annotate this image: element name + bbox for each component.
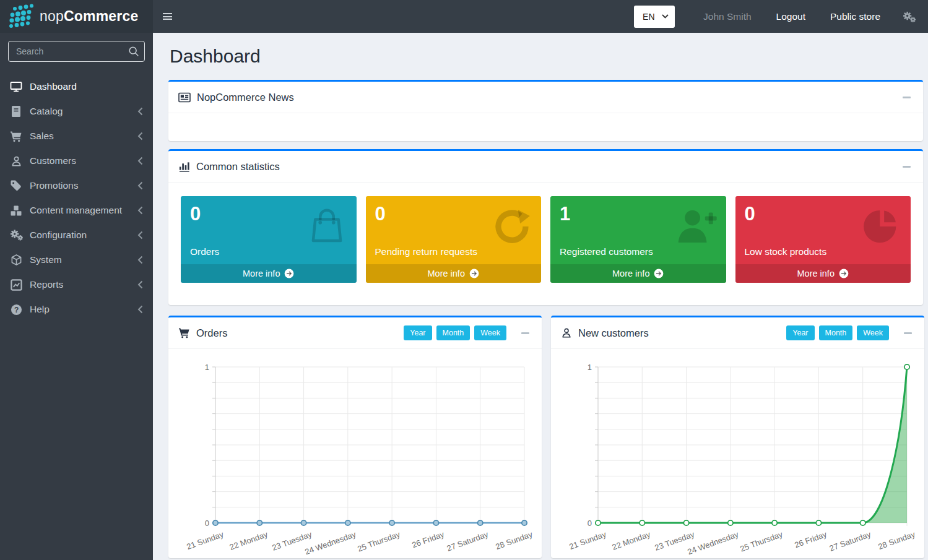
orders-week-button[interactable]: Week xyxy=(474,325,506,340)
more-info-link[interactable]: More info xyxy=(550,264,726,283)
sidebar-item-label: Content management xyxy=(30,205,122,216)
arrow-circle-right-icon xyxy=(469,269,479,278)
top-navbar: nopCommerce EN John Smith Logout Public … xyxy=(0,0,928,33)
svg-text:26 Friday: 26 Friday xyxy=(793,530,828,550)
user-icon xyxy=(9,155,23,167)
content-area: Dashboard NopCommerce News xyxy=(153,33,928,560)
collapse-button[interactable] xyxy=(901,332,914,334)
svg-text:26 Friday: 26 Friday xyxy=(410,530,446,550)
sidebar-item-label: Configuration xyxy=(30,230,87,241)
more-info-link[interactable]: More info xyxy=(366,264,542,283)
chevron-left-icon xyxy=(137,256,143,264)
stat-card-orders: 0 Orders More info xyxy=(181,196,357,283)
shopping-bag-icon xyxy=(306,206,348,251)
new-customers-chart-title: New customers xyxy=(578,327,649,339)
sidebar-item-label: Catalog xyxy=(30,106,63,117)
more-info-label: More info xyxy=(428,269,465,278)
newspaper-icon xyxy=(178,92,191,103)
sidebar-item-help[interactable]: ? Help xyxy=(0,297,153,322)
svg-text:0: 0 xyxy=(205,519,209,528)
logout-link[interactable]: Logout xyxy=(764,11,818,22)
sidebar-item-promotions[interactable]: Promotions xyxy=(0,173,153,198)
common-statistics-panel: Common statistics 0 Orders M xyxy=(168,149,923,305)
customers-year-button[interactable]: Year xyxy=(786,325,814,340)
chart-line-icon xyxy=(9,279,23,291)
more-info-link[interactable]: More info xyxy=(735,264,911,283)
svg-text:27 Saturday: 27 Saturday xyxy=(446,530,490,553)
cube-icon xyxy=(9,254,23,266)
stat-label: Low stock products xyxy=(745,246,827,257)
customers-week-button[interactable]: Week xyxy=(857,325,889,340)
sidebar-menu: Dashboard Catalog Sales Cu xyxy=(0,71,153,322)
sidebar-item-system[interactable]: System xyxy=(0,248,153,272)
tag-icon xyxy=(9,179,23,192)
language-select[interactable]: EN xyxy=(634,6,675,28)
svg-text:1: 1 xyxy=(205,363,209,372)
news-panel: NopCommerce News xyxy=(168,80,923,141)
common-statistics-title: Common statistics xyxy=(196,161,280,173)
svg-text:?: ? xyxy=(14,305,18,314)
sidebar-item-label: Reports xyxy=(30,279,63,290)
sidebar-item-catalog[interactable]: Catalog xyxy=(0,99,153,124)
gears-icon xyxy=(9,229,23,241)
sidebar-item-customers[interactable]: Customers xyxy=(0,149,153,173)
sidebar-item-dashboard[interactable]: Dashboard xyxy=(0,74,153,99)
svg-text:22 Monday: 22 Monday xyxy=(228,530,269,552)
sidebar-item-sales[interactable]: Sales xyxy=(0,124,153,149)
orders-chart-title: Orders xyxy=(196,327,227,339)
stat-label: Registered customers xyxy=(560,246,653,257)
svg-text:21 Sunday: 21 Sunday xyxy=(568,530,607,552)
more-info-label: More info xyxy=(797,269,835,278)
orders-chart-panel: Orders Year Month Week 1021 Sunday22 Mon… xyxy=(168,316,542,558)
sidebar-item-configuration[interactable]: Configuration xyxy=(0,223,153,248)
new-customers-line-chart: 1021 Sunday22 Monday23 Tuesday24 Wednesd… xyxy=(560,353,916,559)
stat-label: Orders xyxy=(190,246,219,257)
stat-card-pending-returns: 0 Pending return requests More info xyxy=(366,196,542,283)
chevron-left-icon xyxy=(137,305,143,314)
chevron-down-icon xyxy=(662,14,669,19)
chart-bar-icon xyxy=(178,161,190,172)
sidebar-item-label: Promotions xyxy=(30,180,78,191)
book-icon xyxy=(9,105,23,118)
orders-year-button[interactable]: Year xyxy=(404,325,431,340)
page-title: Dashboard xyxy=(170,46,923,67)
minus-icon xyxy=(904,332,912,334)
language-selected: EN xyxy=(643,12,654,22)
more-info-link[interactable]: More info xyxy=(181,264,357,283)
customers-month-button[interactable]: Month xyxy=(819,325,853,340)
svg-text:22 Monday: 22 Monday xyxy=(611,530,652,552)
sidebar-item-label: Help xyxy=(30,304,50,315)
hamburger-icon xyxy=(163,13,172,20)
chevron-left-icon xyxy=(137,157,143,165)
search-icon[interactable] xyxy=(128,46,139,59)
svg-text:1: 1 xyxy=(588,363,592,372)
minus-icon xyxy=(903,97,911,98)
sidebar-toggle-button[interactable] xyxy=(153,0,181,33)
brand-name: nopCommerce xyxy=(40,8,138,25)
collapse-button[interactable] xyxy=(900,166,913,168)
chevron-left-icon xyxy=(137,107,143,116)
chevron-left-icon xyxy=(137,132,143,140)
svg-text:27 Saturday: 27 Saturday xyxy=(828,530,872,553)
svg-text:28 Sunday: 28 Sunday xyxy=(877,530,916,552)
sidebar-item-label: Customers xyxy=(30,155,76,166)
sidebar-item-content-management[interactable]: Content management xyxy=(0,198,153,223)
public-store-link[interactable]: Public store xyxy=(818,11,893,22)
user-plus-icon xyxy=(674,206,718,248)
sidebar: Dashboard Catalog Sales Cu xyxy=(0,33,153,560)
collapse-button[interactable] xyxy=(518,332,532,334)
orders-month-button[interactable]: Month xyxy=(436,325,471,340)
minus-icon xyxy=(903,166,911,168)
search-input[interactable] xyxy=(8,41,145,62)
collapse-button[interactable] xyxy=(900,97,913,98)
new-customers-chart-panel: New customers Year Month Week 1021 Sunda… xyxy=(551,316,924,558)
chevron-left-icon xyxy=(137,181,143,190)
svg-text:25 Thursday: 25 Thursday xyxy=(739,530,784,554)
arrow-circle-right-icon xyxy=(654,269,664,278)
more-info-label: More info xyxy=(243,269,280,278)
settings-button[interactable] xyxy=(893,11,919,23)
sidebar-item-reports[interactable]: Reports xyxy=(0,272,153,297)
brand-logo[interactable]: nopCommerce xyxy=(0,0,153,33)
cart-icon xyxy=(178,327,190,338)
svg-text:24 Wednesday: 24 Wednesday xyxy=(686,530,740,557)
